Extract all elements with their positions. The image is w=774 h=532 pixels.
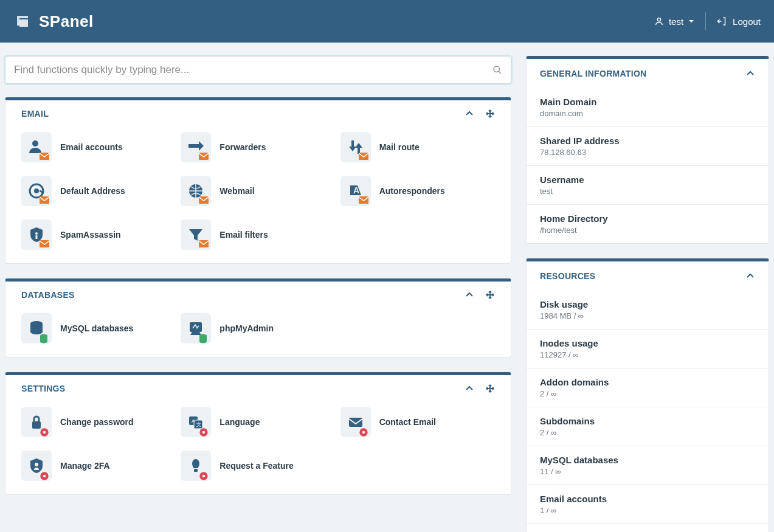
- user-icon: [654, 16, 664, 26]
- default-address-icon: [21, 176, 52, 206]
- move-icon[interactable]: [485, 290, 495, 300]
- resources-value: 11 / ∞: [540, 467, 755, 476]
- tile-forwarders[interactable]: Forwarders: [181, 132, 335, 162]
- svg-rect-14: [36, 235, 38, 239]
- search-icon[interactable]: [492, 65, 502, 75]
- manage-2fa-badge-icon: [40, 471, 49, 478]
- email-accounts-icon: [21, 132, 52, 162]
- resources-value: 1 / ∞: [540, 506, 755, 515]
- tile-manage-2fa[interactable]: Manage 2FA: [21, 451, 176, 481]
- resources-value: 2 / ∞: [540, 389, 755, 398]
- tile-label: Default Address: [60, 186, 125, 196]
- general-info-row: Shared IP address 78.128.60.63: [527, 127, 769, 166]
- logout-label: Logout: [733, 16, 761, 27]
- tile-email-accounts[interactable]: Email accounts: [21, 132, 176, 162]
- resources-value: 112927 / ∞: [540, 350, 755, 359]
- request-a-feature-icon: [181, 451, 211, 481]
- general-info-label: Home Directory: [540, 213, 755, 224]
- spamassassin-badge-icon: [40, 240, 49, 247]
- tile-label: Forwarders: [219, 142, 266, 152]
- tile-label: Change password: [60, 417, 134, 427]
- collapse-icon[interactable]: [465, 384, 474, 393]
- tile-autoresponders[interactable]: A Autoresponders: [340, 176, 495, 206]
- svg-rect-16: [199, 240, 209, 247]
- tile-label: Email accounts: [60, 142, 123, 152]
- panel-general-information: GENERAL INFORMATION Main Domain domain.c…: [526, 56, 769, 244]
- spamassassin-icon: [21, 219, 52, 250]
- tile-contact-email[interactable]: Contact Email: [340, 407, 495, 437]
- tile-language[interactable]: A文 Language: [181, 407, 335, 437]
- tile-change-password[interactable]: Change password: [21, 407, 176, 437]
- logout-button[interactable]: Logout: [717, 16, 761, 27]
- language-icon: A文: [181, 407, 211, 437]
- tile-label: Language: [219, 417, 260, 427]
- email-filters-badge-icon: [199, 240, 209, 247]
- panel-settings: SETTINGS Change password: [5, 372, 511, 495]
- general-info-row: Main Domain domain.com: [527, 88, 769, 127]
- move-icon[interactable]: [485, 384, 495, 393]
- svg-text:A: A: [353, 185, 359, 195]
- panel-email-header: EMAIL: [5, 100, 511, 126]
- collapse-icon[interactable]: [745, 271, 755, 281]
- email-accounts-badge-icon: [40, 153, 49, 160]
- svg-point-22: [40, 340, 47, 344]
- tile-default-address[interactable]: Default Address: [21, 176, 176, 206]
- tile-request-a-feature[interactable]: Request a Feature: [181, 451, 335, 481]
- tile-spamassassin[interactable]: SpamAssassin: [21, 219, 176, 250]
- autoresponders-badge-icon: [359, 196, 368, 204]
- svg-rect-23: [190, 322, 202, 332]
- collapse-icon[interactable]: [465, 109, 474, 119]
- resources-row: FTP accounts 1 / ∞: [527, 524, 769, 532]
- resources-row: MySQL databases 11 / ∞: [527, 446, 769, 485]
- resources-label: Disk usage: [540, 299, 755, 309]
- change-password-badge-icon: [40, 427, 49, 435]
- svg-point-1: [494, 66, 499, 72]
- request-a-feature-badge-icon: [199, 471, 209, 478]
- tile-webmail[interactable]: Webmail: [181, 176, 335, 206]
- general-info-value: /home/test: [540, 226, 755, 235]
- svg-point-41: [43, 475, 46, 478]
- collapse-icon[interactable]: [745, 69, 755, 78]
- resources-row: Disk usage 1984 MB / ∞: [527, 291, 769, 330]
- tile-mysql-databases[interactable]: MySQL databases: [21, 313, 176, 344]
- svg-point-44: [202, 475, 206, 478]
- tile-label: phpMyAdmin: [219, 323, 274, 333]
- mail-route-icon: [340, 132, 371, 162]
- tile-label: MySQL databases: [60, 323, 133, 333]
- tile-label: Mail route: [379, 142, 420, 152]
- logout-icon: [717, 16, 728, 27]
- svg-point-7: [34, 188, 39, 193]
- contact-email-icon: [340, 407, 371, 437]
- general-info-label: Main Domain: [540, 97, 755, 107]
- brand-name: SPanel: [39, 12, 94, 31]
- username-label: test: [669, 16, 683, 27]
- resources-row: Inodes usage 112927 / ∞: [527, 330, 769, 368]
- resources-value: 1984 MB / ∞: [540, 311, 755, 320]
- tile-mail-route[interactable]: Mail route: [340, 132, 495, 162]
- tile-phpmyadmin[interactable]: phpMyAdmin: [181, 313, 335, 344]
- forwarders-icon: [181, 132, 211, 162]
- search-input[interactable]: [14, 64, 492, 76]
- svg-point-29: [43, 431, 46, 434]
- resources-title: RESOURCES: [540, 271, 745, 281]
- user-menu[interactable]: test: [654, 16, 694, 27]
- autoresponders-icon: A: [340, 176, 371, 206]
- panel-databases-header: DATABASES: [5, 282, 511, 307]
- general-info-value: 78.128.60.63: [540, 148, 755, 157]
- svg-point-39: [35, 463, 38, 466]
- panel-settings-header: SETTINGS: [5, 375, 511, 401]
- mysql-databases-badge-icon: [40, 334, 49, 341]
- general-info-value: domain.com: [540, 109, 755, 118]
- svg-rect-12: [359, 196, 368, 204]
- panel-email-title: EMAIL: [21, 109, 465, 119]
- svg-point-0: [657, 18, 660, 21]
- spanel-logo-icon: [13, 12, 32, 30]
- header-divider: [705, 12, 706, 30]
- tile-email-filters[interactable]: Email filters: [181, 219, 335, 250]
- move-icon[interactable]: [485, 109, 495, 119]
- webmail-icon: [181, 176, 211, 206]
- collapse-icon[interactable]: [465, 290, 474, 300]
- panel-databases-title: DATABASES: [21, 290, 465, 300]
- phpmyadmin-badge-icon: [199, 334, 209, 341]
- brand-logo[interactable]: SPanel: [13, 12, 94, 31]
